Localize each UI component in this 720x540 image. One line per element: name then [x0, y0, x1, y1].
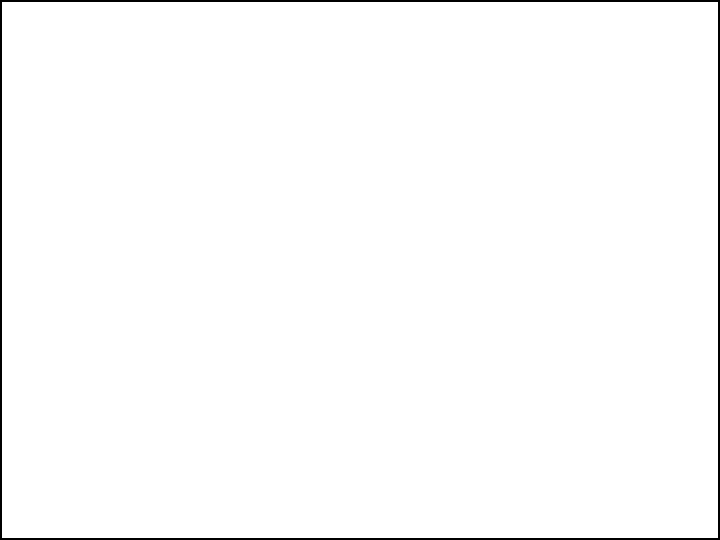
footer: [2, 528, 718, 538]
body: [2, 8, 718, 528]
left-column: [8, 8, 218, 528]
diagram-area: [218, 8, 712, 528]
slide: [0, 0, 720, 540]
bullet: [8, 208, 218, 226]
